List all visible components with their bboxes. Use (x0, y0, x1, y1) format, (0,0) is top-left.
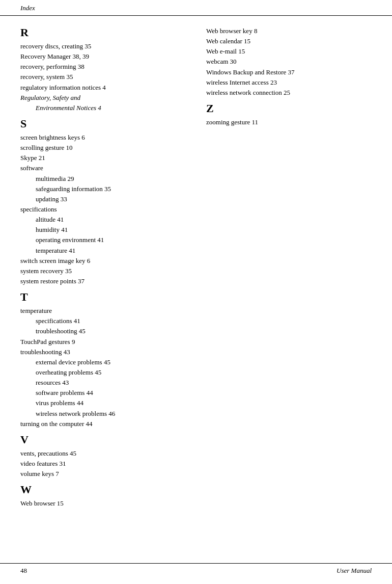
section-block: WWeb browser 15 (20, 483, 186, 509)
index-entry: Web calendar 15 (206, 36, 372, 46)
index-entry: troubleshooting 45 (36, 326, 186, 336)
column-right: Web browser key 8Web calendar 15Web e-ma… (196, 26, 372, 513)
index-entry: video features 31 (20, 459, 186, 469)
index-entry: Web browser key 8 (206, 26, 372, 36)
index-entry: scrolling gesture 10 (20, 143, 186, 153)
index-entry: Recovery Manager 38, 39 (20, 51, 186, 62)
section-block: Ttemperaturespecifications 41troubleshoo… (20, 290, 186, 429)
footer-document-title: User Manual (337, 567, 372, 575)
index-entry: Skype 21 (20, 153, 186, 163)
index-entry: Web e-mail 15 (206, 46, 372, 57)
index-entry: zooming gesture 11 (206, 117, 372, 127)
section-letter: S (20, 117, 186, 130)
page-container: Index Rrecovery discs, creating 35Recove… (0, 0, 392, 584)
footer-page-number: 48 (20, 567, 27, 575)
index-entry: temperature 41 (36, 246, 186, 256)
header-title: Index (20, 4, 35, 12)
index-entry: Environmental Notices 4 (36, 103, 186, 113)
index-entry: system recovery 35 (20, 266, 186, 276)
index-entry: system restore points 37 (20, 276, 186, 286)
index-entry: Regulatory, Safety and (20, 93, 186, 103)
index-entry: Windows Backup and Restore 37 (206, 67, 372, 77)
section-block: Zzooming gesture 11 (206, 102, 372, 127)
index-entry: humidity 41 (36, 225, 186, 235)
index-entry: specifications 41 (36, 316, 186, 326)
index-entry: volume keys 7 (20, 469, 186, 479)
index-entry: multimedia 29 (36, 174, 186, 184)
index-entry: wireless network problems 46 (36, 409, 186, 419)
index-entry: screen brightness keys 6 (20, 132, 186, 143)
index-entry: troubleshooting 43 (20, 347, 186, 357)
page-header: Index (0, 0, 392, 16)
index-entry: specifications (20, 204, 186, 215)
index-entry: recovery, performing 38 (20, 62, 186, 72)
index-entry: recovery discs, creating 35 (20, 41, 186, 51)
index-entry: operating environment 41 (36, 235, 186, 245)
index-entry: safeguarding information 35 (36, 184, 186, 194)
index-entry: resources 43 (36, 378, 186, 388)
index-entry: overheating problems 45 (36, 367, 186, 378)
section-letter: Z (206, 102, 372, 115)
section-letter: V (20, 433, 186, 446)
section-block: Rrecovery discs, creating 35Recovery Man… (20, 26, 186, 113)
index-entry: switch screen image key 6 (20, 256, 186, 266)
section-block: Web browser key 8Web calendar 15Web e-ma… (206, 26, 372, 98)
index-entry: recovery, system 35 (20, 72, 186, 82)
index-entry: software problems 44 (36, 388, 186, 398)
index-entry: altitude 41 (36, 215, 186, 225)
section-block: Sscreen brightness keys 6scrolling gestu… (20, 117, 186, 286)
section-block: Vvents, precautions 45video features 31v… (20, 433, 186, 479)
section-letter: W (20, 483, 186, 496)
index-entry: updating 33 (36, 194, 186, 204)
index-entry: virus problems 44 (36, 398, 186, 408)
index-entry: regulatory information notices 4 (20, 83, 186, 93)
content-area: Rrecovery discs, creating 35Recovery Man… (0, 16, 392, 543)
index-entry: wireless Internet access 23 (206, 77, 372, 88)
index-entry: external device problems 45 (36, 357, 186, 367)
index-entry: Web browser 15 (20, 498, 186, 509)
column-left: Rrecovery discs, creating 35Recovery Man… (20, 26, 196, 513)
index-entry: TouchPad gestures 9 (20, 337, 186, 347)
page-footer: 48 User Manual (0, 563, 392, 579)
index-entry: wireless network connection 25 (206, 88, 372, 98)
section-letter: R (20, 26, 186, 39)
index-entry: software (20, 163, 186, 173)
section-letter: T (20, 290, 186, 304)
index-entry: turning on the computer 44 (20, 419, 186, 429)
index-entry: vents, precautions 45 (20, 448, 186, 459)
index-entry: temperature (20, 306, 186, 316)
index-entry: webcam 30 (206, 57, 372, 67)
